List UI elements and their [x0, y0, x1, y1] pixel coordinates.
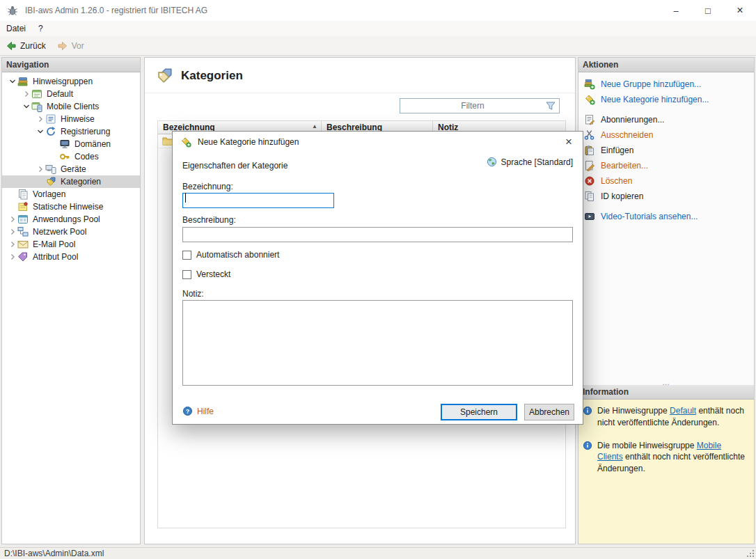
info-item-mobile-clients: Die mobile Hinweisgruppe Mobile Clients … — [583, 440, 748, 475]
chevron-expanded-icon[interactable] — [22, 102, 31, 111]
action-neue-gruppe-hinzufuegen[interactable]: Neue Gruppe hinzufügen... — [578, 77, 754, 92]
info-icon — [583, 406, 592, 429]
tree-item-vorlagen[interactable]: Vorlagen — [2, 188, 140, 200]
info-link-default[interactable]: Default — [670, 406, 696, 416]
filter-funnel-icon[interactable] — [545, 100, 556, 111]
tree-item-hinweise[interactable]: Hinweise — [2, 113, 140, 125]
chevron-collapsed-icon[interactable] — [8, 253, 17, 261]
tree-item-domaenen[interactable]: Domänen — [2, 138, 140, 150]
email-pool-icon — [17, 239, 29, 250]
minimize-button[interactable]: – — [660, 0, 692, 21]
chevron-collapsed-icon[interactable] — [8, 215, 17, 223]
codes-key-icon — [59, 151, 70, 162]
checkbox-versteckt[interactable]: Versteckt — [182, 269, 230, 279]
checkbox-automatisch-abonniert[interactable]: Automatisch abonniert — [182, 250, 279, 260]
beschreibung-input[interactable] — [182, 227, 573, 242]
title-bar: IBI-aws Admin 1.26.0 - registriert für I… — [0, 0, 756, 21]
tree-item-email-pool[interactable]: E-Mail Pool — [2, 238, 140, 251]
expander-spacer — [8, 190, 17, 198]
tree-label: Kategorien — [59, 177, 101, 187]
tree-item-attribut-pool[interactable]: Attribut Pool — [2, 251, 140, 263]
tree-label: Attribut Pool — [31, 252, 78, 262]
help-link[interactable]: ? Hilfe — [182, 406, 214, 416]
tree-item-mobile-clients[interactable]: Mobile Clients — [2, 100, 140, 113]
tree-item-registrierung[interactable]: Registrierung — [2, 125, 140, 138]
splitter-grip[interactable]: … — [578, 379, 754, 385]
dialog-title: Neue Kategorie hinzufügen — [198, 137, 299, 147]
action-neue-kategorie-hinzufuegen[interactable]: Neue Kategorie hinzufügen... — [578, 92, 754, 107]
tree-item-anwendungs-pool[interactable]: Anwendungs Pool — [2, 213, 140, 226]
action-id-kopieren[interactable]: ID kopieren — [578, 189, 754, 204]
checkbox-box[interactable] — [182, 251, 191, 260]
page-title: Kategorien — [181, 69, 243, 83]
tree-item-geraete[interactable]: Geräte — [2, 163, 140, 175]
expander-spacer — [49, 152, 59, 161]
filter-input[interactable] — [400, 99, 545, 113]
language-selector[interactable]: Sprache [Standard] — [487, 157, 573, 167]
info-text: Die Hinweisgruppe Default enthält noch n… — [597, 405, 748, 429]
forward-button[interactable]: Vor — [52, 37, 90, 55]
attribut-pool-icon — [17, 251, 29, 262]
chevron-expanded-icon[interactable] — [8, 77, 17, 86]
save-button[interactable]: Speichern — [441, 404, 517, 420]
back-button[interactable]: Zurück — [0, 37, 52, 55]
close-button[interactable]: × — [724, 0, 756, 21]
information-panel: Die Hinweisgruppe Default enthält noch n… — [578, 400, 754, 544]
tree-item-netzwerk-pool[interactable]: Netzwerk Pool — [2, 226, 140, 238]
information-header: Information — [578, 385, 754, 400]
app-icon — [7, 5, 18, 16]
group-board-icon — [31, 88, 42, 100]
chevron-collapsed-icon[interactable] — [8, 228, 17, 236]
tree-item-default[interactable]: Default — [2, 88, 140, 100]
dialog-section-title: Eigenschaften der Kategorie — [182, 161, 288, 171]
status-bar: D:\IBI-aws\Admin\Data.xml — [0, 547, 756, 559]
maximize-button[interactable]: □ — [692, 0, 724, 21]
tree-item-codes[interactable]: Codes — [2, 150, 140, 163]
hinweisgruppen-icon — [17, 76, 29, 87]
tree-item-hinweisgruppen[interactable]: Hinweisgruppen — [2, 75, 140, 88]
language-label: Sprache [Standard] — [501, 157, 573, 167]
info-text: Die mobile Hinweisgruppe Mobile Clients … — [597, 440, 748, 475]
chevron-collapsed-icon[interactable] — [36, 115, 45, 123]
action-ausschneiden[interactable]: Ausschneiden — [578, 127, 754, 143]
video-icon — [584, 211, 595, 222]
tree-item-statische-hinweise[interactable]: Statische Hinweise — [2, 200, 140, 213]
action-video-tutorials[interactable]: Video-Tutorials ansehen... — [578, 209, 754, 224]
add-group-icon — [584, 79, 595, 90]
text-caret — [185, 193, 186, 203]
cancel-button[interactable]: Abbrechen — [524, 404, 574, 420]
svg-text:?: ? — [186, 408, 189, 415]
chevron-collapsed-icon[interactable] — [22, 90, 31, 98]
action-bearbeiten[interactable]: Bearbeiten... — [578, 158, 754, 173]
window-controls: – □ × — [660, 0, 756, 21]
bezeichnung-input[interactable] — [182, 193, 334, 208]
dialog-title-bar: Neue Kategorie hinzufügen × — [173, 132, 583, 152]
chevron-collapsed-icon[interactable] — [8, 240, 17, 249]
tree-item-kategorien[interactable]: Kategorien — [2, 175, 140, 188]
expander-spacer — [8, 203, 17, 211]
navigation-header: Navigation — [2, 58, 140, 72]
action-loeschen[interactable]: Löschen — [578, 173, 754, 189]
tree-label: E-Mail Pool — [31, 239, 75, 249]
checkbox-box[interactable] — [182, 270, 191, 279]
chevron-collapsed-icon[interactable] — [36, 165, 45, 173]
kategorien-tags-icon — [45, 176, 56, 187]
chevron-expanded-icon[interactable] — [36, 127, 45, 136]
action-einfuegen[interactable]: Einfügen — [578, 143, 754, 158]
cut-scissors-icon — [584, 129, 595, 141]
notiz-textarea[interactable] — [182, 300, 573, 386]
menu-datei[interactable]: Datei — [0, 21, 32, 36]
dialog-close-button[interactable]: × — [555, 132, 583, 152]
page-title-row: Kategorien — [155, 67, 243, 85]
menu-help[interactable]: ? — [32, 21, 49, 36]
filter-row — [145, 93, 575, 118]
filter-box — [400, 98, 560, 113]
action-abonnierungen[interactable]: Abonnierungen... — [578, 112, 754, 127]
navigation-panel: Navigation Hinweisgruppen Default Mobile… — [1, 57, 141, 544]
tree-label: Default — [45, 89, 73, 99]
sort-ascending-icon: ▲ — [312, 123, 317, 129]
window-title: IBI-aws Admin 1.26.0 - registriert für I… — [25, 6, 207, 15]
tree-label: Registrierung — [59, 127, 110, 136]
hinweise-icon — [45, 113, 56, 125]
resize-grip[interactable] — [747, 550, 755, 558]
